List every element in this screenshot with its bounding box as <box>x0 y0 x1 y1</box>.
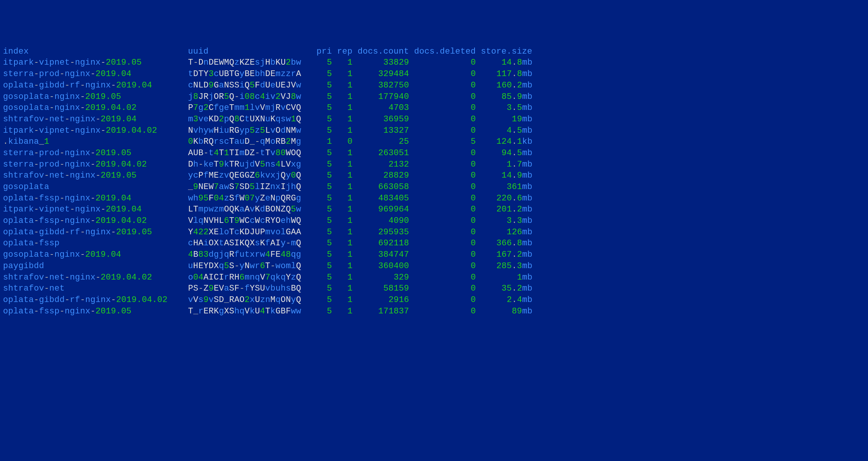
table-row: gosoplata-nginx-2019.04.02 P7g2CfgeTmm1l… <box>3 102 865 114</box>
table-row: oplata-fssp-nginx-2019.05 T_rERKgXShqVkU… <box>3 306 865 317</box>
table-row: shtrafov-net-nginx-2019.04.02 o04AICIrRH… <box>3 272 865 283</box>
table-row: paygibdd uHEYDXq5S-yNwr6T-womlQ 5 1 3604… <box>3 261 865 272</box>
terminal-output: index uuid pri rep docs.count docs.delet… <box>3 46 865 317</box>
table-row: shtrafov-net PS-Z9EVaSF-fYSUvbuhsBQ 5 1 … <box>3 283 865 294</box>
table-row: oplata-fssp cHAiOXtASIKQXsKfAIy-mQ 5 1 6… <box>3 238 865 249</box>
table-row: oplata-fssp-nginx-2019.04.02 VlqNVHL6T9W… <box>3 215 865 227</box>
table-row: itpark-vipnet-nginx-2019.04 LTmpwzmOQKaA… <box>3 204 865 215</box>
table-row: gosoplata-nginx-2019.04 4B83dgjqRfutxrw4… <box>3 249 865 261</box>
table-row: itpark-vipnet-nginx-2019.05 T-DnDEWMQzKZ… <box>3 57 865 68</box>
table-row: gosoplata-nginx-2019.05 j8JRjOR5Q-i08c4i… <box>3 91 865 103</box>
table-row: .kibana_1 0KbRQrscTauD_-qMoRB2Mg 1 0 25 … <box>3 136 865 148</box>
table-row: sterra-prod-nginx-2019.04.02 Dh-keT9kTRu… <box>3 159 865 170</box>
table-row: gosoplata _9NEW7awS7SD5lIZnxIjhQ 5 1 663… <box>3 181 865 193</box>
table-row: oplata-fssp-nginx-2019.04 wh95F04zSfW07y… <box>3 193 865 204</box>
table-row: shtrafov-net-nginx-2019.05 ycPfMEzvQEGGZ… <box>3 170 865 181</box>
table-row: sterra-prod-nginx-2019.05 AUB-t4T1TImDZ-… <box>3 148 865 159</box>
table-row: sterra-prod-nginx-2019.04 tDTY3cUBTGyBEb… <box>3 68 865 80</box>
table-row: oplata-gibdd-rf-nginx-2019.04.02 vVs9vSD… <box>3 294 865 306</box>
table-row: oplata-gibdd-rf-nginx-2019.04 cNLD9GaNSS… <box>3 80 865 91</box>
table-row: oplata-gibdd-rf-nginx-2019.05 Y422XEloTc… <box>3 227 865 238</box>
table-row: itpark-vipnet-nginx-2019.04.02 NvhywHiuR… <box>3 125 865 137</box>
table-row: shtrafov-net-nginx-2019.04 m3veKD2pQ8CtU… <box>3 114 865 125</box>
table-header: index uuid pri rep docs.count docs.delet… <box>3 46 865 57</box>
